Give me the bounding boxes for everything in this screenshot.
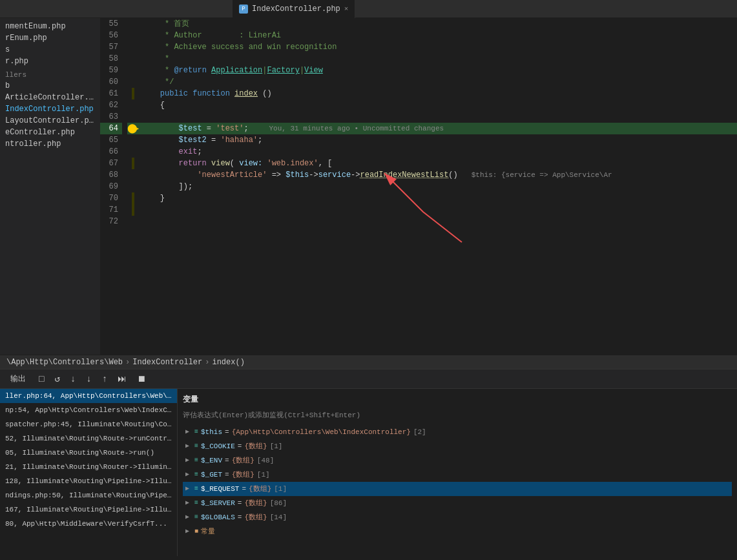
var-count-cookie: [1] [270,441,283,452]
panel-title: 输出 [5,373,31,384]
gutter-68 [127,169,139,181]
panel-btn-step-over[interactable]: ↓ [68,373,78,386]
var-item-this[interactable]: ▶ ≡ $this = {App\Http\Controllers\Web\In… [183,425,732,439]
ln-66: 66 [100,146,122,158]
call-stack-item-8[interactable]: 167, Illuminate\Routing\Pipeline->Illumi… [0,503,177,517]
expand-icon-server[interactable]: ▶ [183,497,192,509]
code-editor[interactable]: 55 56 57 58 59 60 61 62 63 64 65 66 67 6… [100,18,737,355]
ln-69: 69 [100,181,122,192]
editor-layout: nmentEnum.php rEnum.php s r.php llers b … [0,18,737,355]
ln-58: 58 [100,53,122,65]
expand-icon-request[interactable]: ▶ [183,483,192,495]
add-watch-hint[interactable]: 评估表达式(Enter)或添加监视(Ctrl+Shift+Enter) [183,409,732,425]
var-item-constants[interactable]: ▶ ■ 常量 [183,524,732,539]
expand-icon-this[interactable]: ▶ [183,426,192,438]
expand-icon-get[interactable]: ▶ [183,469,192,481]
gutter-57 [127,41,139,53]
sidebar-item-1[interactable]: rEnum.php [0,32,100,44]
call-stack-item-1[interactable]: np:54, App\Http\Controllers\Web\IndexCon… [0,403,177,417]
gutter-65 [127,134,139,146]
call-stack-item-9[interactable]: 80, App\Http\Middleware\VerifyCsrfT... [0,517,177,531]
call-stack-item-0[interactable]: ller.php:64, App\Http\Controllers\Web\In… [0,389,177,403]
gutter-55 [127,18,139,30]
breadcrumb-part-3[interactable]: index() [212,358,244,367]
code-lines[interactable]: * 首页 * Author : LinerAi * Achieve succes… [139,18,737,355]
var-item-cookie[interactable]: ▶ ≡ $_COOKIE = {数组} [1] [183,439,732,453]
var-name-constants: 常量 [201,526,215,537]
code-line-71 [139,204,737,216]
var-eq-this: = [225,426,229,438]
gutter-66 [127,146,139,158]
sidebar-item-3[interactable]: r.php [0,56,100,67]
ln-72: 72 [100,216,122,227]
var-eq-env: = [225,455,229,466]
panel-btn-stop[interactable]: ⏹ [134,373,149,386]
sidebar-item-e[interactable]: eController.php [0,127,100,138]
expand-icon-constants[interactable]: ▶ [183,526,192,537]
ln-70: 70 [100,192,122,204]
sidebar-item-layout[interactable]: LayoutController.php [0,115,100,127]
panel-btn-2[interactable]: ↺ [52,372,62,386]
expand-icon-globals[interactable]: ▶ [183,512,192,523]
var-eq-request: = [242,483,246,495]
var-value-this: {App\Http\Controllers\Web\IndexControlle… [232,426,411,438]
call-stack-item-6[interactable]: 128, Illuminate\Routing\Pipeline->Illumi… [0,474,177,488]
code-line-65: $test2 = 'hahaha'; [139,134,737,146]
call-stack-item-5[interactable]: 21, Illuminate\Routing\Router->Illuminat… [0,460,177,474]
var-item-server[interactable]: ▶ ≡ $_SERVER = {数组} [86] [183,496,732,510]
gutter-59 [127,65,139,76]
panel-btn-1[interactable]: □ [36,373,47,386]
tab-bar: P IndexController.php × [0,0,737,18]
ln-63: 63 [100,111,122,123]
code-line-69: ]); [139,181,737,192]
code-line-70: } [139,192,737,204]
breadcrumb-part-2[interactable]: IndexController [132,358,202,367]
var-type-icon-this: ≡ [194,426,198,438]
expand-icon-env[interactable]: ▶ [183,455,192,466]
var-name-server: $_SERVER [201,497,235,509]
sidebar-item-index[interactable]: IndexController.php [0,103,100,115]
ln-64: 64 [100,123,122,134]
var-name-globals: $GLOBALS [201,512,235,523]
call-stack: ller.php:64, App\Http\Controllers\Web\In… [0,389,178,556]
call-stack-item-2[interactable]: spatcher.php:45, Illuminate\Routing\Cont… [0,417,177,431]
call-stack-item-7[interactable]: ndings.php:50, Illuminate\Routing\Pipeli… [0,488,177,503]
panel-btn-continue[interactable]: ⏭ [115,373,129,386]
tab-index-controller[interactable]: P IndexController.php × [233,0,355,18]
expand-icon-cookie[interactable]: ▶ [183,441,192,452]
code-line-67: return view( view: 'web.index', [ [139,158,737,169]
code-line-58: * [139,53,737,65]
code-line-57: * Achieve success and win recognition [139,41,737,53]
sidebar-item-0[interactable]: nmentEnum.php [0,21,100,32]
sidebar-item-5[interactable]: b [0,80,100,92]
var-eq-cookie: = [238,441,242,452]
sidebar-item-n[interactable]: ntroller.php [0,138,100,150]
gutter-60 [127,76,139,88]
code-line-60: */ [139,76,737,88]
sidebar-item-2[interactable]: s [0,44,100,56]
var-value-globals: {数组} [244,512,267,523]
call-stack-item-4[interactable]: 05, Illuminate\Routing\Route->run() [0,446,177,460]
var-item-env[interactable]: ▶ ≡ $_ENV = {数组} [48] [183,453,732,468]
panel-btn-step-out[interactable]: ↑ [99,373,110,386]
code-line-66: exit; [139,146,737,158]
code-container: 55 56 57 58 59 60 61 62 63 64 65 66 67 6… [100,18,737,355]
var-count-globals: [14] [270,512,287,523]
var-name-get: $_GET [201,469,222,481]
var-type-icon-get: ≡ [194,469,198,481]
call-stack-item-3[interactable]: 52, Illuminate\Routing\Route->runControl… [0,431,177,446]
tab-close-button[interactable]: × [344,5,349,13]
var-count-env: [48] [257,455,274,466]
breadcrumb-part-1[interactable]: \App\Http\Controllers\Web [6,358,123,367]
ln-59: 59 [100,65,122,76]
var-item-globals[interactable]: ▶ ≡ $GLOBALS = {数组} [14] [183,510,732,524]
var-item-request[interactable]: ▶ ≡ $_REQUEST = {数组} [1] [183,482,732,496]
gutter-62 [127,99,139,111]
sidebar-item-article[interactable]: ArticleController.php [0,92,100,103]
breadcrumb-sep-1: › [125,358,130,367]
var-value-env: {数组} [232,455,254,466]
var-item-get[interactable]: ▶ ≡ $_GET = {数组} [1] [183,468,732,482]
sidebar-group: llers [0,67,100,80]
panel-toolbar: 输出 □ ↺ ↓ ↓ ↑ ⏭ ⏹ [0,369,737,389]
panel-btn-step-into[interactable]: ↓ [83,373,94,386]
